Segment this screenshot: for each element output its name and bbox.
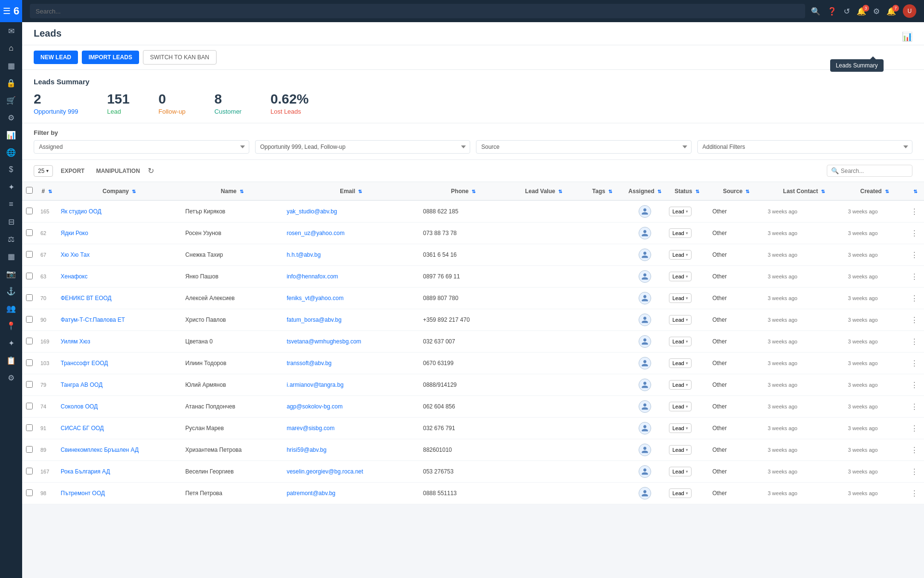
row-actions[interactable]: ⋮ <box>905 374 924 396</box>
new-lead-button[interactable]: NEW LEAD <box>34 51 78 64</box>
customer-label[interactable]: Customer <box>215 108 242 115</box>
row-name[interactable]: Петя Петрова <box>181 483 283 504</box>
header-lead-value[interactable]: Lead Value ⇅ <box>507 182 580 200</box>
row-email[interactable]: veselin.georgiev@bg.roca.net <box>283 461 419 483</box>
row-checkbox[interactable] <box>22 200 37 223</box>
table-search-input[interactable] <box>841 168 908 174</box>
header-id[interactable]: # ⇅ <box>37 182 57 200</box>
row-actions[interactable]: ⋮ <box>905 200 924 223</box>
row-actions[interactable]: ⋮ <box>905 461 924 483</box>
row-company[interactable]: Тангра АВ ООД <box>57 374 181 396</box>
status-filter[interactable]: Opportunity 999, Lead, Follow-up <box>255 140 471 154</box>
row-assigned[interactable] <box>625 374 665 396</box>
row-status[interactable]: Lead ▾ <box>665 331 708 353</box>
row-checkbox[interactable] <box>22 266 37 288</box>
header-email[interactable]: Email ⇅ <box>283 182 419 200</box>
row-checkbox[interactable] <box>22 418 37 439</box>
row-name[interactable]: Юлий Армянов <box>181 374 283 396</box>
row-name[interactable]: Хризантема Петрова <box>181 439 283 461</box>
status-dropdown[interactable]: Lead ▾ <box>669 445 691 455</box>
status-dropdown[interactable]: Lead ▾ <box>669 250 691 260</box>
row-company[interactable]: Пътремонт ООД <box>57 483 181 504</box>
sidebar-item-filter[interactable]: ⊟ <box>0 213 22 230</box>
status-dropdown[interactable]: Lead ▾ <box>669 467 691 476</box>
sidebar-item-lock[interactable]: 🔒 <box>0 74 22 92</box>
status-dropdown[interactable]: Lead ▾ <box>669 272 691 281</box>
header-name[interactable]: Name ⇅ <box>181 182 283 200</box>
sidebar-item-calendar[interactable]: ▦ <box>0 57 22 74</box>
row-menu-button[interactable]: ⋮ <box>909 466 920 477</box>
row-actions[interactable]: ⋮ <box>905 396 924 418</box>
row-company[interactable]: Соколов ООД <box>57 396 181 418</box>
sidebar-item-list[interactable]: ≡ <box>0 196 22 213</box>
row-email[interactable]: transsoft@abv.bg <box>283 353 419 374</box>
sidebar-item-star[interactable]: ✦ <box>0 178 22 196</box>
status-dropdown[interactable]: Lead ▾ <box>669 488 691 498</box>
status-dropdown[interactable]: Lead ▾ <box>669 358 691 368</box>
header-company[interactable]: Company ⇅ <box>57 182 181 200</box>
menu-icon[interactable]: ☰ <box>3 6 11 16</box>
row-menu-button[interactable]: ⋮ <box>909 293 920 304</box>
row-status[interactable]: Lead ▾ <box>665 396 708 418</box>
sidebar-item-home[interactable]: ⌂ <box>0 39 22 57</box>
row-status[interactable]: Lead ▾ <box>665 374 708 396</box>
row-email[interactable]: fatum_borsa@abv.bg <box>283 309 419 331</box>
alert-badge[interactable]: 🔔 7 <box>886 7 896 16</box>
row-menu-button[interactable]: ⋮ <box>909 445 920 456</box>
row-actions[interactable]: ⋮ <box>905 353 924 374</box>
status-dropdown[interactable]: Lead ▾ <box>669 293 691 303</box>
row-company[interactable]: Ядки Роко <box>57 223 181 244</box>
switch-kanban-button[interactable]: SWITCH TO KAN BAN <box>143 50 217 65</box>
row-email[interactable]: agp@sokolov-bg.com <box>283 396 419 418</box>
import-leads-button[interactable]: IMPORT LEADS <box>82 51 139 64</box>
row-company[interactable]: Рока България АД <box>57 461 181 483</box>
row-company[interactable]: Як студио ООД <box>57 200 181 223</box>
row-actions[interactable]: ⋮ <box>905 266 924 288</box>
sidebar-item-cart[interactable]: 🛒 <box>0 92 22 109</box>
row-checkbox[interactable] <box>22 353 37 374</box>
additional-filter[interactable]: Additional Filters <box>697 140 913 154</box>
row-company[interactable]: Фатум-Т-Ст.Павлова ЕТ <box>57 309 181 331</box>
row-assigned[interactable] <box>625 200 665 223</box>
row-assigned[interactable] <box>625 439 665 461</box>
sidebar-item-network[interactable]: ✦ <box>0 334 22 352</box>
row-email[interactable]: i.armianov@tangra.bg <box>283 374 419 396</box>
row-assigned[interactable] <box>625 396 665 418</box>
assigned-filter[interactable]: Assigned <box>34 140 249 154</box>
manipulation-button[interactable]: MANIPULATION <box>92 166 144 176</box>
row-name[interactable]: Веселин Георгиев <box>181 461 283 483</box>
source-filter[interactable]: Source <box>476 140 692 154</box>
lost-label[interactable]: Lost Leads <box>270 108 308 115</box>
sidebar-item-dollar[interactable]: $ <box>0 161 22 178</box>
row-email[interactable]: tsvetana@wmhughesbg.com <box>283 331 419 353</box>
row-checkbox[interactable] <box>22 331 37 353</box>
notification-badge[interactable]: 🔔 3 <box>857 7 866 16</box>
row-name[interactable]: Атанас Попдончев <box>181 396 283 418</box>
settings-icon[interactable]: ⚙ <box>873 7 880 16</box>
followup-label[interactable]: Follow-up <box>158 108 185 115</box>
row-email[interactable]: yak_studio@abv.bg <box>283 200 419 223</box>
sidebar-item-email[interactable]: ✉ <box>0 22 22 39</box>
leads-summary-icon[interactable]: 📊 <box>902 32 912 41</box>
row-assigned[interactable] <box>625 483 665 504</box>
row-status[interactable]: Lead ▾ <box>665 223 708 244</box>
row-menu-button[interactable]: ⋮ <box>909 380 920 391</box>
row-name[interactable]: Янко Пашов <box>181 266 283 288</box>
row-actions[interactable]: ⋮ <box>905 331 924 353</box>
history-icon[interactable]: ↺ <box>844 7 850 16</box>
row-name[interactable]: Илиин Тодоров <box>181 353 283 374</box>
row-actions[interactable]: ⋮ <box>905 418 924 439</box>
row-checkbox[interactable] <box>22 396 37 418</box>
row-assigned[interactable] <box>625 266 665 288</box>
row-menu-button[interactable]: ⋮ <box>909 401 920 412</box>
row-menu-button[interactable]: ⋮ <box>909 228 920 239</box>
row-actions[interactable]: ⋮ <box>905 309 924 331</box>
row-checkbox[interactable] <box>22 288 37 309</box>
row-assigned[interactable] <box>625 461 665 483</box>
row-checkbox[interactable] <box>22 483 37 504</box>
row-menu-button[interactable]: ⋮ <box>909 488 920 499</box>
select-all-checkbox[interactable] <box>26 187 33 194</box>
row-checkbox[interactable] <box>22 374 37 396</box>
row-assigned[interactable] <box>625 353 665 374</box>
header-last-contact[interactable]: Last Contact ⇅ <box>764 182 844 200</box>
